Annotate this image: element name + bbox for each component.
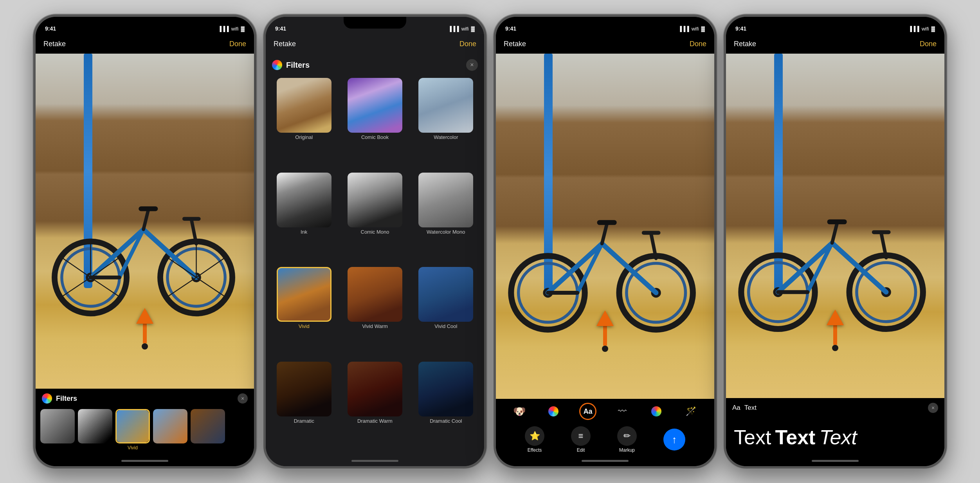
done-btn-2[interactable]: Done xyxy=(459,40,476,48)
close-btn-1[interactable]: × xyxy=(238,393,248,404)
tool-colors[interactable] xyxy=(545,403,562,420)
markup-icon: ✏ xyxy=(617,426,637,446)
arrow-stem-4 xyxy=(833,325,837,345)
filter-cell-comicbook[interactable]: Comic Book xyxy=(340,76,410,170)
edit-btn[interactable]: ≡ Edit xyxy=(571,426,591,453)
bottom-panel-1: Filters × xyxy=(36,389,254,455)
phone-2: 9:41 ▐▐▐ wifi ▓ Retake Done Filters × xyxy=(263,14,486,469)
top-bar-1: Retake Done xyxy=(36,34,254,54)
edit-label: Edit xyxy=(577,447,585,453)
wifi-icon-2: wifi xyxy=(461,26,469,32)
battery-icon-2: ▓ xyxy=(471,26,475,32)
tool-effects-ring[interactable] xyxy=(648,403,665,420)
arrow-3 xyxy=(596,310,614,352)
filter-cell-dramaticwarm[interactable]: Dramatic Warm xyxy=(340,360,410,454)
filter-cell-ink[interactable]: Ink xyxy=(269,171,339,265)
edit-actions-bar-3: ⭐ Effects ≡ Edit ✏ Markup ↑ xyxy=(496,423,714,455)
filter-thumb-bw2[interactable] xyxy=(78,409,112,451)
phone-1: 9:41 ▐▐▐ wifi ▓ Retake Done xyxy=(33,14,256,469)
filter-thumb-vivid2[interactable] xyxy=(153,409,187,451)
filter-cell-vividwarm[interactable]: Vivid Warm xyxy=(340,265,410,359)
done-btn-4[interactable]: Done xyxy=(920,40,937,48)
filter-label-original: Original xyxy=(295,134,313,140)
battery-icon-3: ▓ xyxy=(701,26,705,32)
filter-cell-watercolor[interactable]: Watercolor xyxy=(411,76,481,170)
arrow-up-1 xyxy=(136,308,153,324)
filter-cell-comicmono[interactable]: Comic Mono xyxy=(340,171,410,265)
signal-icon: ▐▐▐ xyxy=(218,26,229,32)
arrow-dot-1 xyxy=(142,343,148,350)
svg-line-20 xyxy=(196,258,224,277)
filters-grid-2: Original Comic Book Watercolor Ink xyxy=(266,75,484,455)
filter-img-dramaticwarm xyxy=(348,362,402,416)
battery-icon-4: ▓ xyxy=(931,26,935,32)
tool-paint[interactable]: 🪄 xyxy=(682,403,699,420)
top-bar-2: Retake Done xyxy=(266,34,484,54)
text-aa-prefix: Aa xyxy=(732,404,740,412)
photo-sim-4 xyxy=(726,54,944,398)
retake-btn-2[interactable]: Retake xyxy=(274,40,296,48)
tool-text-aa[interactable]: Aa xyxy=(579,403,596,420)
status-icons-2: ▐▐▐ wifi ▓ xyxy=(448,26,475,32)
text-samples-4: Text Text Text xyxy=(726,418,944,455)
filter-thumb-img-vivid xyxy=(115,409,150,443)
photo-sim-1 xyxy=(36,54,254,389)
status-time-4: 9:41 xyxy=(735,25,746,32)
done-btn-1[interactable]: Done xyxy=(229,40,246,48)
battery-icon: ▓ xyxy=(241,26,245,32)
photo-area-3 xyxy=(496,54,714,399)
retake-btn-3[interactable]: Retake xyxy=(504,40,526,48)
filter-label-dramaticcool: Dramatic Cool xyxy=(430,418,462,424)
filters-panel-header-2: Filters × xyxy=(266,54,484,75)
filter-cell-original[interactable]: Original xyxy=(269,76,339,170)
text-close-btn-4[interactable]: × xyxy=(928,403,938,413)
filter-cell-vivid[interactable]: Vivid xyxy=(269,265,339,359)
svg-line-32 xyxy=(577,243,602,293)
arrow-stem-3 xyxy=(603,326,607,346)
done-btn-3[interactable]: Done xyxy=(690,40,706,48)
edit-icon: ≡ xyxy=(571,426,591,446)
filter-cell-dramatic[interactable]: Dramatic xyxy=(269,360,339,454)
filter-strip-1: Vivid xyxy=(36,407,254,455)
filter-img-comicmono xyxy=(348,173,402,227)
send-btn-3[interactable]: ↑ xyxy=(663,429,685,451)
markup-label: Markup xyxy=(619,447,635,453)
filter-label-watercolor: Watercolor xyxy=(434,134,458,140)
wifi-icon-4: wifi xyxy=(922,26,929,32)
phone-4: 9:41 ▐▐▐ wifi ▓ Retake Done xyxy=(724,14,947,469)
arrow-stem-1 xyxy=(143,324,147,343)
filter-cell-watercolormono[interactable]: Watercolor Mono xyxy=(411,171,481,265)
filter-img-vividwarm xyxy=(348,267,402,322)
svg-line-10 xyxy=(144,210,148,229)
home-bar-1 xyxy=(121,460,168,462)
filter-label-dramaticwarm: Dramatic Warm xyxy=(357,418,393,424)
svg-line-22 xyxy=(196,277,225,296)
tool-squiggle[interactable]: 〰 xyxy=(614,403,631,420)
filter-label-vividcool: Vivid Cool xyxy=(434,323,457,329)
arrow-dot-3 xyxy=(602,346,608,352)
close-btn-2[interactable]: × xyxy=(466,59,478,71)
edit-tools-bar-3: 🐶 Aa 〰 🪄 xyxy=(496,399,714,423)
filter-label-ink: Ink xyxy=(301,229,307,235)
status-icons-1: ▐▐▐ wifi ▓ xyxy=(218,26,245,32)
mini-vivid-1 xyxy=(117,410,149,442)
notch-3 xyxy=(574,17,636,29)
filter-cell-vividcool[interactable]: Vivid Cool xyxy=(411,265,481,359)
filter-thumb-vivid[interactable]: Vivid xyxy=(115,409,150,451)
tool-memoji[interactable]: 🐶 xyxy=(511,403,528,420)
text-top-bar-4: Aa Text × xyxy=(726,398,944,418)
svg-line-21 xyxy=(168,258,196,277)
filter-thumb-bw1[interactable] xyxy=(40,409,75,451)
status-time-2: 9:41 xyxy=(275,25,286,32)
filter-thumb-img-bw2 xyxy=(78,409,112,443)
retake-btn-4[interactable]: Retake xyxy=(734,40,756,48)
mini-bw-1 xyxy=(40,409,75,443)
markup-btn[interactable]: ✏ Markup xyxy=(617,426,637,453)
effects-btn[interactable]: ⭐ Effects xyxy=(525,426,544,453)
filter-img-watercolormono xyxy=(418,173,473,227)
filter-img-dramatic xyxy=(277,362,331,416)
filter-cell-dramaticcool[interactable]: Dramatic Cool xyxy=(411,360,481,454)
filter-thumb-dramatic[interactable] xyxy=(191,409,225,451)
status-time-3: 9:41 xyxy=(505,25,516,32)
retake-btn-1[interactable]: Retake xyxy=(43,40,66,48)
